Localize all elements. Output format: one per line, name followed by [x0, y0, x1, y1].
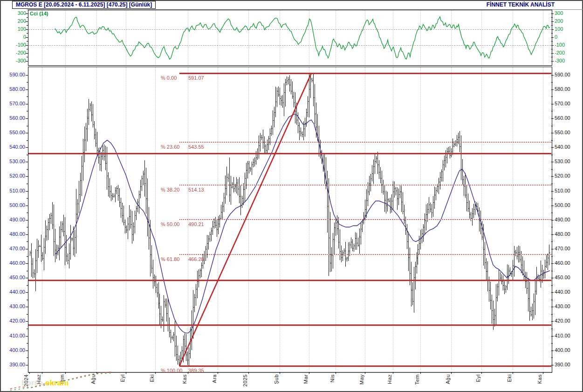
price-tick-left: [27, 140, 28, 141]
price-axis-label-left: 390.00: [2, 362, 25, 367]
price-tick-left: [26, 234, 28, 235]
cci-axis-label-right: 0: [555, 34, 574, 40]
price-tick-right: [551, 176, 554, 177]
cci-plot-canvas[interactable]: [28, 10, 551, 65]
price-axis-label-left: 580.00: [2, 86, 25, 92]
price-axis-label-right: 410.00: [555, 333, 578, 338]
x-axis-month-tick: [336, 372, 336, 374]
x-axis-month-label: Eyl: [475, 374, 481, 382]
cci-axis-label-left: -200: [7, 50, 26, 55]
price-tick-right: [551, 314, 553, 315]
watermark-word-ekrani: ekranı: [45, 378, 69, 387]
price-tick-left: [26, 307, 28, 307]
cci-tick-left: [27, 41, 28, 41]
x-axis-month-tick: [513, 372, 513, 374]
x-axis-month-tick: [543, 372, 543, 374]
price-axis-label-left: 500.00: [2, 202, 25, 208]
cci-tick-right: [551, 29, 554, 30]
x-axis-month-tick: [393, 372, 393, 374]
price-tick-left: [27, 241, 28, 242]
x-axis-month-tick: [155, 372, 156, 374]
price-axis-label-left: 550.00: [2, 130, 25, 135]
cci-tick-left: [27, 17, 28, 18]
price-axis-label-left: 470.00: [2, 246, 25, 251]
price-tick-left: [27, 169, 28, 170]
price-tick-left: [26, 336, 28, 337]
cci-axis-label-right: 200: [555, 18, 574, 24]
price-axis-label-left: 540.00: [2, 144, 25, 150]
price-tick-left: [27, 343, 28, 344]
x-axis-month-label: Şub: [274, 374, 279, 384]
price-axis-label-left: 410.00: [2, 333, 25, 338]
price-axis-label-right: 450.00: [555, 275, 578, 280]
x-axis-month-tick: [126, 372, 126, 374]
cci-tick-right: [551, 49, 553, 49]
x-axis-month-label: Mar: [303, 374, 309, 384]
x-axis-month-label: Haz: [387, 374, 392, 384]
price-tick-right: [551, 321, 554, 322]
price-tick-left: [26, 206, 28, 206]
price-tick-left: [26, 176, 28, 177]
cci-tick-left: [26, 61, 28, 62]
cci-tick-left: [26, 21, 28, 22]
price-axis-label-left: 590.00: [2, 72, 25, 77]
x-axis-month-tick: [451, 372, 452, 374]
cci-tick-left: [27, 25, 28, 26]
price-tick-left: [27, 358, 28, 358]
price-tick-left: [26, 133, 28, 133]
price-tick-left: [27, 227, 28, 227]
price-tick-right: [551, 329, 553, 329]
price-tick-right: [551, 206, 554, 206]
cci-axis-label-left: 200: [7, 18, 26, 24]
cci-axis-label-right: -200: [555, 50, 574, 55]
x-axis-month-label: Eki: [507, 374, 512, 382]
price-axis-label-right: 390.00: [555, 362, 578, 367]
cci-tick-left: [27, 49, 28, 49]
price-tick-left: [27, 271, 28, 271]
cci-tick-right: [551, 57, 553, 57]
cci-tick-right: [551, 37, 554, 38]
price-tick-left: [27, 198, 28, 199]
price-tick-right: [551, 118, 554, 119]
price-axis-label-right: 430.00: [555, 303, 578, 309]
technical-analysis-window: MGROS E [20.05.2024 - 6.11.2025] [470.25…: [0, 0, 583, 392]
price-axis-label-right: 510.00: [555, 188, 578, 193]
x-axis-month-label: Eki: [149, 374, 155, 382]
price-tick-right: [551, 184, 553, 184]
chart-title: MGROS E [20.05.2024 - 6.11.2025] [470.25…: [12, 1, 156, 9]
price-tick-right: [551, 263, 554, 264]
price-tick-right: [551, 358, 553, 358]
price-axis-label-left: 430.00: [2, 303, 25, 309]
x-axis-month-label: Kas: [182, 374, 187, 384]
price-tick-left: [26, 162, 28, 162]
price-tick-right: [551, 278, 554, 278]
price-axis-label-left: 480.00: [2, 231, 25, 237]
x-axis-month-label: Tem: [414, 374, 420, 385]
price-tick-left: [27, 184, 28, 184]
cci-tick-right: [551, 45, 554, 46]
cci-tick-right: [551, 61, 554, 62]
price-tick-left: [26, 365, 28, 365]
price-tick-right: [551, 220, 554, 220]
price-axis-label-right: 560.00: [555, 115, 578, 121]
price-axis-label-right: 570.00: [555, 101, 578, 106]
price-axis-label-right: 440.00: [555, 289, 578, 295]
price-plot-canvas[interactable]: [28, 67, 551, 370]
price-tick-right: [551, 191, 554, 192]
price-tick-left: [27, 256, 28, 257]
x-axis-month-label: May: [359, 374, 364, 385]
price-tick-right: [551, 75, 554, 76]
price-axis-label-right: 420.00: [555, 318, 578, 323]
cci-axis-label-right: -100: [555, 42, 574, 48]
price-axis-label-right: 470.00: [555, 246, 578, 251]
cci-tick-right: [551, 17, 553, 18]
cci-tick-right: [551, 25, 553, 26]
price-tick-right: [551, 256, 553, 257]
price-axis-label-right: 460.00: [555, 260, 578, 266]
price-tick-right: [551, 365, 554, 365]
price-axis-label-left: 570.00: [2, 101, 25, 106]
price-tick-left: [27, 300, 28, 300]
price-tick-right: [551, 104, 554, 104]
price-axis-label-left: 560.00: [2, 115, 25, 121]
price-tick-right: [551, 249, 554, 249]
